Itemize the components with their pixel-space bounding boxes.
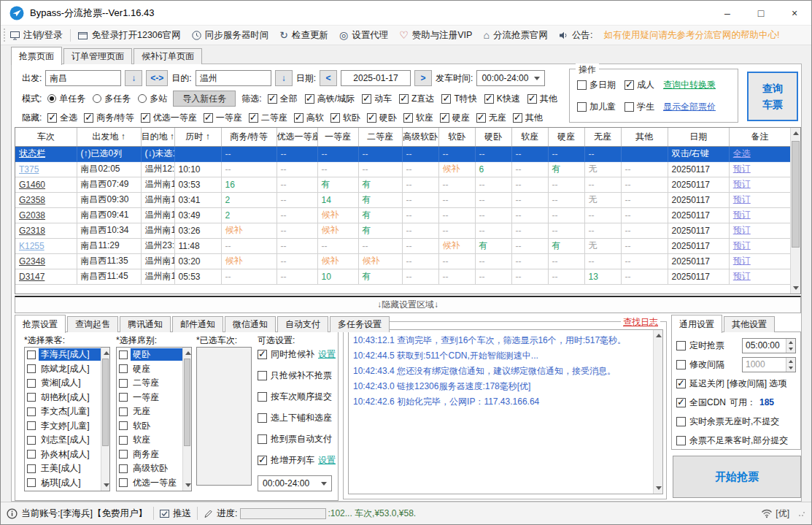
train-cell[interactable]: -- bbox=[511, 146, 548, 161]
train-cell[interactable]: G2318 bbox=[15, 223, 77, 238]
train-cell[interactable]: -- bbox=[402, 238, 438, 253]
main-tab[interactable]: 候补订单页面 bbox=[134, 48, 202, 64]
train-cell[interactable]: -- bbox=[277, 269, 317, 284]
train-cell[interactable]: -- bbox=[548, 146, 584, 161]
to-input[interactable]: 温州 bbox=[196, 70, 271, 86]
settings-tab[interactable]: 邮件通知 bbox=[172, 316, 223, 332]
train-cell[interactable]: 2 bbox=[221, 192, 277, 207]
checkbox-icon[interactable] bbox=[27, 350, 36, 359]
train-cell[interactable]: 10 bbox=[317, 269, 358, 284]
seat-item[interactable]: 商务座 bbox=[117, 448, 182, 462]
train-cell[interactable]: -- bbox=[438, 269, 475, 284]
train-cell[interactable]: -- bbox=[402, 192, 438, 207]
checkbox-icon[interactable] bbox=[27, 464, 36, 473]
train-cell[interactable]: 预订 bbox=[729, 253, 790, 269]
train-row[interactable]: K1255南昌11:29温州23:1711:48----------候补有--有… bbox=[15, 238, 791, 253]
train-cell[interactable]: 预订 bbox=[729, 207, 790, 223]
train-cell[interactable]: 南昌西09:30 bbox=[77, 192, 141, 207]
train-cell[interactable]: 候补 bbox=[221, 253, 277, 269]
train-cell[interactable]: -- bbox=[548, 269, 584, 284]
add-child-checkbox[interactable]: 加儿童 bbox=[577, 101, 616, 113]
train-cell[interactable]: 候补 bbox=[317, 223, 358, 238]
column-header[interactable]: 车次 bbox=[15, 128, 77, 146]
delay-close-checkbox[interactable] bbox=[676, 379, 686, 388]
passenger-item[interactable]: 杨琪[成人] bbox=[25, 476, 101, 491]
train-cell[interactable]: 南昌西11:35 bbox=[77, 253, 141, 269]
train-cell[interactable]: 候补 bbox=[438, 161, 475, 177]
train-cell[interactable]: -- bbox=[584, 223, 621, 238]
train-cell[interactable]: 温州南13:30 bbox=[141, 207, 174, 223]
depart-time-select[interactable]: 00:00-24:00 bbox=[476, 70, 545, 86]
show-all-prices-link[interactable]: 显示全部票价 bbox=[663, 101, 716, 113]
timed-grab-checkbox[interactable] bbox=[676, 341, 686, 350]
train-cell[interactable]: -- bbox=[584, 146, 621, 161]
train-cell[interactable]: -- bbox=[548, 223, 584, 238]
train-cell[interactable]: 16 bbox=[221, 177, 277, 192]
filter-checkbox[interactable]: Z直达 bbox=[399, 93, 434, 105]
hide-checkbox[interactable]: 硬卧 bbox=[367, 112, 397, 124]
swap-stations-button[interactable]: <-> bbox=[146, 70, 168, 86]
train-cell[interactable]: 候补 bbox=[317, 207, 358, 223]
train-cell[interactable]: -- bbox=[548, 177, 584, 192]
train-cell[interactable]: 温州23:17 bbox=[141, 238, 174, 253]
partial-submit-checkbox[interactable] bbox=[676, 436, 686, 445]
train-cell[interactable]: -- bbox=[511, 161, 548, 177]
train-cell[interactable]: 20250117 bbox=[668, 192, 729, 207]
train-cell[interactable]: -- bbox=[511, 207, 548, 223]
train-cell[interactable]: -- bbox=[438, 177, 475, 192]
column-header[interactable]: 软卧 bbox=[438, 128, 475, 146]
seat-item[interactable]: 软卧 bbox=[117, 419, 182, 434]
filter-checkbox[interactable]: 其他 bbox=[527, 93, 557, 105]
sync-time-button[interactable]: 同步服务器时间 bbox=[192, 29, 269, 42]
train-cell[interactable]: 全选 bbox=[729, 146, 790, 161]
close-button[interactable]: × bbox=[778, 1, 811, 25]
train-cell[interactable]: -- bbox=[584, 207, 621, 223]
train-cell[interactable]: G1460 bbox=[15, 177, 77, 192]
interval-spinner[interactable]: 1000 bbox=[742, 357, 796, 372]
next-date-button[interactable]: > bbox=[414, 70, 432, 86]
train-cell[interactable]: -- bbox=[511, 238, 548, 253]
train-cell[interactable]: 20250117 bbox=[668, 223, 729, 238]
cdn-checkbox[interactable] bbox=[676, 398, 686, 407]
train-cell[interactable]: -- bbox=[402, 269, 438, 284]
train-cell[interactable]: 预订 bbox=[729, 177, 790, 192]
train-cell[interactable]: 20250117 bbox=[668, 269, 729, 284]
to-dropdown-button[interactable]: ↓ bbox=[275, 70, 293, 86]
train-cell[interactable]: -- bbox=[621, 177, 668, 192]
train-cell[interactable]: 南昌西07:49 bbox=[77, 177, 141, 192]
checkbox-icon[interactable] bbox=[119, 450, 128, 459]
train-cell[interactable]: 有 bbox=[358, 207, 402, 223]
train-cell[interactable]: D3147 bbox=[15, 269, 77, 284]
checkbox-icon[interactable] bbox=[27, 407, 36, 416]
train-cell[interactable]: 13 bbox=[584, 269, 621, 284]
train-cell[interactable]: -- bbox=[511, 223, 548, 238]
timed-grab-time-spinner[interactable]: 05:00:00 bbox=[742, 338, 796, 353]
checkbox-icon[interactable] bbox=[119, 436, 128, 445]
push-button[interactable]: 推送 bbox=[160, 507, 191, 520]
passenger-item[interactable]: 孙炎林[成人] bbox=[25, 448, 101, 462]
train-cell[interactable]: 03:41 bbox=[174, 192, 221, 207]
train-cell[interactable]: 无 bbox=[584, 238, 621, 253]
date-input[interactable]: 2025-01-17 bbox=[341, 70, 411, 86]
checkbox-icon[interactable] bbox=[27, 450, 36, 459]
train-row[interactable]: D3147南昌西11:45温州南17:3805:53----10有-------… bbox=[15, 269, 791, 284]
train-cell[interactable]: -- bbox=[358, 238, 402, 253]
proxy-settings-button[interactable]: ◎ 设置代理 bbox=[339, 29, 388, 42]
train-cell[interactable]: 05:53 bbox=[174, 269, 221, 284]
hide-settings-divider[interactable]: ↓隐藏设置区域↓ bbox=[15, 296, 801, 313]
train-cell[interactable]: 有 bbox=[475, 238, 511, 253]
main-tab[interactable]: 抢票页面 bbox=[11, 47, 62, 65]
train-cell[interactable]: -- bbox=[475, 146, 511, 161]
prev-date-button[interactable]: < bbox=[320, 70, 337, 86]
train-cell[interactable]: -- bbox=[511, 177, 548, 192]
adult-checkbox[interactable]: 成人 bbox=[625, 79, 654, 91]
extra-trains-settings-link[interactable]: 设置 bbox=[318, 454, 336, 467]
train-cell[interactable]: -- bbox=[402, 146, 438, 161]
train-cell[interactable]: -- bbox=[621, 238, 668, 253]
scroll-down-icon[interactable] bbox=[185, 483, 191, 487]
train-cell[interactable]: 候补 bbox=[438, 238, 475, 253]
hide-checkbox[interactable]: 高软 bbox=[294, 112, 324, 124]
train-cell[interactable]: -- bbox=[548, 253, 584, 269]
column-header[interactable]: 出发地 ↑ bbox=[77, 128, 141, 146]
train-cell[interactable]: -- bbox=[621, 161, 668, 177]
